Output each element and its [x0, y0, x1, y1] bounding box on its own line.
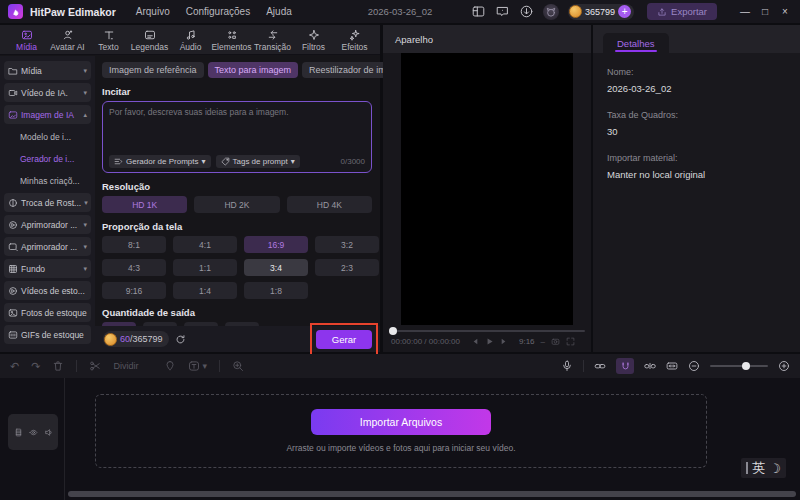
minimize-button[interactable]: — — [736, 6, 754, 17]
sidebar-item-modelo-imagem[interactable]: Modelo de i... — [4, 127, 91, 146]
aspect-16-9[interactable]: 16:9 — [244, 236, 308, 253]
aspect-1-8[interactable]: 1:8 — [244, 282, 308, 299]
chevron-down-icon: ▾ — [83, 243, 87, 251]
play-icon[interactable] — [485, 337, 494, 346]
fit-timeline-icon[interactable] — [666, 360, 678, 372]
sidebar-item-midia[interactable]: Mídia ▾ — [4, 61, 91, 80]
split-icon[interactable] — [89, 360, 101, 372]
aspect-9-16[interactable]: 9:16 — [102, 282, 166, 299]
maximize-button[interactable]: □ — [756, 6, 774, 17]
preview-ratio-select[interactable]: 9:16 — [519, 337, 535, 346]
sidebar-item-video-ia[interactable]: Vídeo de IA. ▾ — [4, 83, 91, 102]
ai-video-icon — [8, 88, 18, 98]
generation-cost-badge: 60/365799 — [103, 331, 169, 347]
download-icon[interactable] — [519, 4, 534, 19]
credits-count: 365799 — [585, 7, 615, 17]
zoom-in-icon[interactable] — [778, 360, 790, 372]
aspect-4-1[interactable]: 4:1 — [173, 236, 237, 253]
sidebar-item-aprimorador-imagem[interactable]: Aprimorador ... ▾ — [4, 237, 91, 256]
ribbon-tab-efeitos[interactable]: Efeitos — [334, 29, 375, 52]
transition-icon — [267, 29, 279, 41]
zoom-out-icon[interactable] — [688, 360, 700, 372]
magnet-snap-button[interactable] — [616, 358, 634, 374]
menu-configuracoes[interactable]: Configurações — [186, 6, 250, 17]
sidebar-item-minhas-criacoes[interactable]: Minhas criaçõ... — [4, 171, 91, 190]
timeline-zoom-slider[interactable] — [710, 361, 768, 371]
sidebar-item-imagem-ia[interactable]: Imagem de IA ▴ — [4, 105, 91, 124]
aspect-3-4[interactable]: 3:4 — [244, 259, 308, 276]
close-button[interactable]: × — [776, 6, 794, 17]
redo-icon[interactable]: ↷ — [31, 360, 40, 373]
undo-icon[interactable]: ↶ — [10, 360, 19, 373]
chevron-up-icon: ▴ — [83, 111, 87, 119]
prompt-tags-button[interactable]: Tags de prompt ▾ — [216, 155, 300, 168]
tab-texto-para-imagem[interactable]: Texto para imagem — [208, 62, 299, 78]
image-enhancer-icon — [8, 242, 18, 252]
aspect-2-3[interactable]: 2:3 — [315, 259, 379, 276]
aspect-3-2[interactable]: 3:2 — [315, 236, 379, 253]
generator-tabs: Imagem de referência Texto para imagem R… — [102, 62, 372, 78]
ribbon-tab-elementos[interactable]: Elementos — [211, 29, 252, 52]
prompt-input[interactable] — [109, 107, 365, 155]
slider-handle[interactable] — [742, 362, 750, 370]
track-mute-icon[interactable] — [44, 428, 53, 437]
ribbon-tab-legendas[interactable]: Legendas — [129, 29, 170, 52]
sidebar-item-fotos-estoque[interactable]: Fotos de estoque — [4, 303, 91, 322]
resolution-hd4k[interactable]: HD 4K — [287, 196, 372, 213]
aspect-1-4[interactable]: 1:4 — [173, 282, 237, 299]
split-label[interactable]: Dividir — [113, 361, 138, 371]
user-avatar[interactable] — [543, 4, 559, 20]
generate-button[interactable]: Gerar — [316, 330, 372, 349]
aspect-4-3[interactable]: 4:3 — [102, 259, 166, 276]
prev-frame-icon[interactable] — [470, 337, 479, 346]
track-visibility-icon[interactable] — [29, 428, 38, 437]
fullscreen-icon[interactable] — [566, 337, 575, 346]
ribbon-tab-filtros[interactable]: Filtros — [293, 29, 334, 52]
aspect-1-1[interactable]: 1:1 — [173, 259, 237, 276]
delete-icon[interactable] — [52, 360, 64, 372]
menu-ajuda[interactable]: Ajuda — [266, 6, 292, 17]
face-swap-icon — [8, 198, 18, 208]
stock-video-icon — [8, 286, 18, 296]
aspect-8-1[interactable]: 8:1 — [102, 236, 166, 253]
sidebar-item-aprimorador-video[interactable]: Aprimorador ... ▾ — [4, 215, 91, 234]
feedback-icon[interactable] — [495, 4, 510, 19]
import-files-button[interactable]: Importar Arquivos — [311, 409, 491, 435]
ribbon-tab-avatar-ai[interactable]: Avatar AI — [47, 29, 88, 52]
track-film-icon[interactable] — [14, 428, 23, 437]
credits-badge[interactable]: 365799 + — [568, 4, 634, 20]
next-frame-icon[interactable] — [500, 337, 509, 346]
ribbon-tab-audio[interactable]: Áudio — [170, 29, 211, 52]
text-tool-icon[interactable]: ▾ — [188, 360, 207, 372]
sidebar-item-troca-rosto[interactable]: Troca de Rost... ▾ — [4, 193, 91, 212]
media-dropzone[interactable]: Importar Arquivos Arraste ou importe víd… — [95, 394, 707, 468]
ribbon-tab-texto[interactable]: Texto — [88, 29, 129, 52]
add-credits-icon[interactable]: + — [618, 5, 631, 18]
resolution-hd1k[interactable]: HD 1K — [102, 196, 187, 213]
voiceover-mic-icon[interactable] — [561, 360, 573, 372]
sidebar-item-gerador-imagem[interactable]: Gerador de i... — [4, 149, 91, 168]
link-clips-icon[interactable] — [594, 360, 606, 372]
ribbon-tab-transicao[interactable]: Transição — [252, 29, 293, 52]
tab-detalhes[interactable]: Detalhes — [603, 33, 669, 53]
timeline-scrollbar[interactable] — [68, 491, 796, 497]
sidebar-item-fundo[interactable]: Fundo ▾ — [4, 259, 91, 278]
unlink-clips-icon[interactable] — [644, 360, 656, 372]
preview-seekbar[interactable] — [389, 327, 585, 335]
seek-handle[interactable] — [389, 327, 397, 335]
tab-imagem-referencia[interactable]: Imagem de referência — [102, 62, 204, 78]
layout-panels-icon[interactable] — [471, 4, 486, 19]
menu-arquivo[interactable]: Arquivo — [136, 6, 170, 17]
sidebar-item-videos-estoque[interactable]: Vídeos de esto... — [4, 281, 91, 300]
ribbon-tab-midia[interactable]: Mídia — [6, 29, 47, 52]
sidebar-item-gifs-estoque[interactable]: GIFs de estoque — [4, 325, 91, 344]
ribbon-tabs: Mídia Avatar AI Texto Legendas Áudio Ele… — [0, 25, 380, 55]
snapshot-icon[interactable] — [551, 337, 560, 346]
resolution-hd2k[interactable]: HD 2K — [194, 196, 279, 213]
refresh-icon[interactable] — [175, 334, 186, 345]
export-button[interactable]: Exportar — [647, 3, 717, 20]
marker-icon[interactable] — [164, 360, 176, 372]
prompt-generator-button[interactable]: Gerador de Prompts ▾ — [109, 155, 211, 168]
zoom-to-fit-icon[interactable] — [232, 360, 244, 372]
timeline-area: Importar Arquivos Arraste ou importe víd… — [0, 378, 800, 500]
